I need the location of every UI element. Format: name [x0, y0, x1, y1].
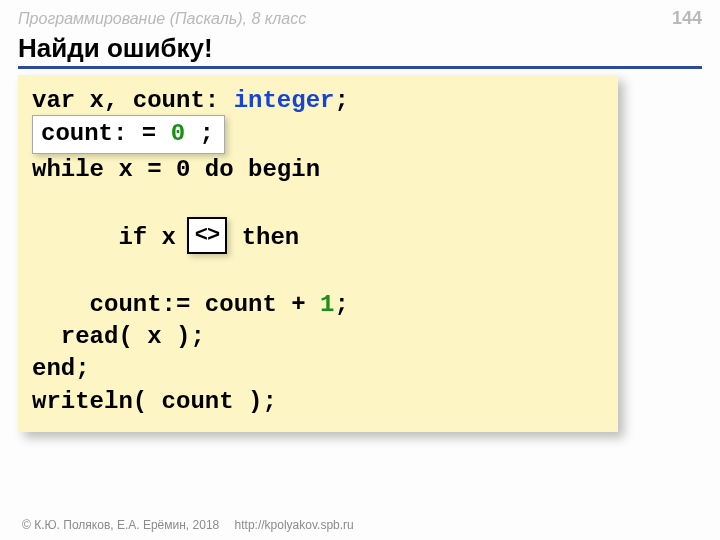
code-text: then — [227, 224, 299, 251]
code-line-8: writeln( count ); — [32, 386, 604, 418]
code-type: integer — [234, 87, 335, 114]
code-text: ; — [334, 87, 348, 114]
code-number: 0 — [171, 120, 185, 147]
code-line-3: while x = 0 do begin — [32, 154, 604, 186]
slide-title: Найди ошибку! — [18, 33, 702, 64]
highlight-box-operator: <> — [187, 217, 227, 255]
code-line-6: read( x ); — [32, 321, 604, 353]
slide-header: Программирование (Паскаль), 8 класс 144 — [0, 0, 720, 29]
title-underline — [18, 66, 702, 69]
page-number: 144 — [672, 8, 702, 29]
code-line-1: var x, count: integer; — [32, 85, 604, 117]
course-label: Программирование (Паскаль), 8 класс — [18, 10, 306, 28]
code-line-7: end; — [32, 353, 604, 385]
code-line-5: count:= count + 1; — [32, 289, 604, 321]
footer-link: http://kpolyakov.spb.ru — [235, 518, 354, 532]
code-number: 1 — [320, 291, 334, 318]
copyright-text: © К.Ю. Поляков, Е.А. Ерёмин, 2018 — [22, 518, 219, 532]
code-text: if x — [90, 224, 191, 251]
code-block: var x, count: integer; count: = 0 ; whil… — [18, 75, 618, 432]
code-text: var x, count: — [32, 87, 234, 114]
code-text: = — [142, 120, 156, 147]
code-text: count: — [41, 120, 127, 147]
code-line-2: count: = 0 ; — [32, 115, 604, 153]
code-text: count:= count + — [32, 291, 320, 318]
highlight-box-assign: count: = 0 ; — [32, 115, 225, 153]
code-text: ; — [334, 291, 348, 318]
code-line-4: if x ><> then — [32, 186, 604, 288]
slide-footer: © К.Ю. Поляков, Е.А. Ерёмин, 2018 http:/… — [22, 518, 354, 532]
code-text: ; — [199, 120, 213, 147]
